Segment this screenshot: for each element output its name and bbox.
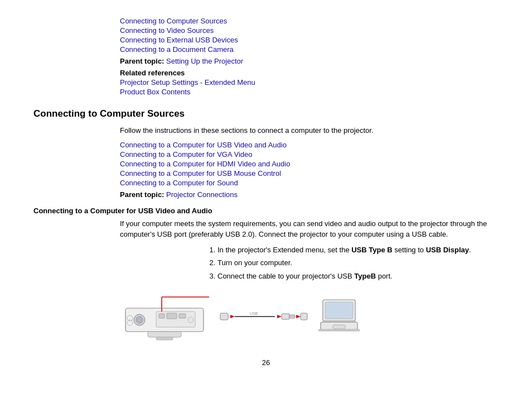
svg-rect-14: [220, 313, 228, 320]
svg-rect-19: [282, 314, 289, 319]
step3-bold: TypeB: [354, 272, 376, 280]
svg-rect-20: [289, 315, 295, 318]
page-number: 26: [33, 358, 499, 367]
diagram-area: USB: [120, 291, 499, 342]
svg-rect-27: [333, 325, 345, 329]
body-section: If your computer meets the system requir…: [120, 218, 499, 282]
step1-pre: In the projector's Extended menu, set th…: [217, 246, 351, 254]
link-setting-up-projector[interactable]: Setting Up the Projector: [166, 57, 243, 65]
follow-instructions-section: Follow the instructions in these section…: [120, 125, 499, 199]
step-3: Connect the cable to your projector's US…: [217, 271, 499, 282]
svg-rect-22: [301, 313, 307, 320]
section-heading-connecting-computer: Connecting to Computer Sources: [33, 108, 499, 119]
parent-topic2-line: Parent topic: Projector Connections: [120, 190, 499, 199]
parent-topic-line: Parent topic: Setting Up the Projector: [120, 57, 499, 65]
step3-pre: Connect the cable to your projector's US…: [217, 272, 354, 280]
svg-rect-24: [325, 302, 353, 319]
svg-rect-4: [159, 314, 165, 318]
step1-end: .: [469, 246, 471, 254]
link-sound[interactable]: Connecting to a Computer for Sound: [120, 179, 499, 187]
step1-mid: setting to: [393, 246, 426, 254]
body-text-1: If your computer meets the system requir…: [120, 218, 499, 240]
step3-end: port.: [376, 272, 393, 280]
svg-text:USB: USB: [250, 312, 258, 315]
svg-rect-5: [167, 313, 177, 319]
link-projector-setup-settings[interactable]: Projector Setup Settings - Extended Menu: [120, 78, 499, 87]
link-vga-video[interactable]: Connecting to a Computer for VGA Video: [120, 150, 499, 159]
link-connecting-document-camera[interactable]: Connecting to a Document Camera: [120, 45, 499, 54]
svg-rect-10: [148, 332, 181, 337]
link-connecting-video-sources[interactable]: Connecting to Video Sources: [120, 26, 499, 35]
link-usb-mouse[interactable]: Connecting to a Computer for USB Mouse C…: [120, 169, 499, 178]
step-1: In the projector's Extended menu, set th…: [217, 245, 499, 256]
follow-instructions-text: Follow the instructions in these section…: [120, 125, 499, 136]
link-hdmi-video-audio[interactable]: Connecting to a Computer for HDMI Video …: [120, 160, 499, 168]
steps-list: In the projector's Extended menu, set th…: [217, 245, 499, 282]
step1-bold1: USB Type B: [351, 246, 392, 254]
cable-diagram: USB: [219, 305, 308, 328]
related-references-label: Related references: [120, 69, 499, 77]
top-links-section: Connecting to Computer Sources Connectin…: [120, 17, 499, 96]
svg-marker-18: [277, 315, 282, 318]
link-connecting-computer-sources[interactable]: Connecting to Computer Sources: [120, 17, 499, 25]
laptop-diagram: [318, 297, 363, 336]
link-usb-video-audio[interactable]: Connecting to a Computer for USB Video a…: [120, 141, 499, 149]
parent-topic2-label: Parent topic:: [120, 190, 164, 199]
svg-marker-21: [296, 315, 301, 318]
step-2: Turn on your computer.: [217, 257, 499, 269]
svg-rect-28: [318, 329, 360, 331]
projector-diagram: [120, 291, 209, 342]
svg-rect-11: [156, 337, 173, 340]
page: Connecting to Computer Sources Connectin…: [0, 0, 532, 412]
svg-point-2: [136, 317, 143, 323]
step1-bold2: USB Display: [426, 246, 469, 254]
parent-topic-label: Parent topic:: [120, 57, 164, 65]
svg-rect-6: [179, 314, 186, 318]
link-connecting-external-usb[interactable]: Connecting to External USB Devices: [120, 36, 499, 44]
link-projector-connections[interactable]: Projector Connections: [166, 190, 238, 199]
link-product-box-contents[interactable]: Product Box Contents: [120, 88, 499, 96]
sub-heading-usb-video-audio: Connecting to a Computer for USB Video a…: [33, 207, 499, 215]
svg-marker-15: [230, 315, 235, 318]
